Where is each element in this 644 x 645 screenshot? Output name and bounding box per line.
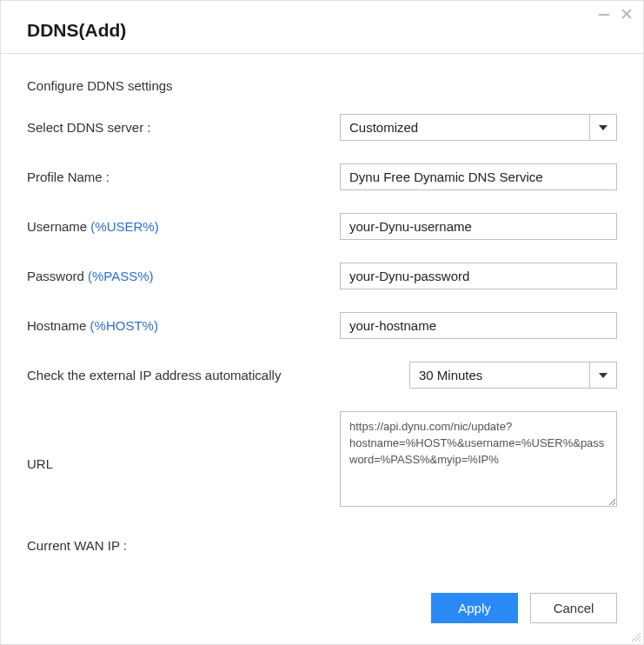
label-current-wan-ip: Current WAN IP : — [27, 538, 322, 553]
resize-handle-icon[interactable] — [629, 630, 641, 642]
svg-marker-3 — [599, 125, 607, 130]
label-password-text: Password — [27, 269, 88, 283]
apply-button[interactable]: Apply — [431, 593, 518, 623]
window-controls — [598, 8, 633, 20]
profile-name-field[interactable] — [340, 163, 617, 190]
label-check-ip: Check the external IP address automatica… — [27, 368, 322, 382]
cancel-button[interactable]: Cancel — [530, 593, 617, 623]
ddns-add-dialog: DDNS(Add) Configure DDNS settings Select… — [0, 0, 644, 645]
check-ip-interval-select[interactable] — [409, 362, 617, 389]
check-ip-interval-value[interactable] — [409, 362, 589, 389]
section-title: Configure DDNS settings — [27, 78, 617, 93]
minimize-icon[interactable] — [598, 8, 610, 20]
label-hostname-token: (%HOST%) — [90, 318, 158, 333]
label-username: Username (%USER%) — [27, 219, 322, 234]
label-password: Password (%PASS%) — [27, 269, 322, 283]
ddns-server-value[interactable] — [340, 114, 589, 141]
label-hostname-text: Hostname — [27, 318, 90, 333]
username-field[interactable] — [340, 213, 617, 240]
dialog-footer: Apply Cancel — [1, 579, 643, 644]
label-password-token: (%PASS%) — [88, 269, 154, 283]
form: Select DDNS server : Profile Name : User… — [27, 114, 617, 553]
page-title: DDNS(Add) — [27, 20, 617, 41]
label-username-token: (%USER%) — [90, 219, 158, 234]
label-profile-name: Profile Name : — [27, 170, 322, 184]
password-field[interactable] — [340, 263, 617, 289]
ddns-server-select[interactable] — [340, 114, 617, 141]
label-hostname: Hostname (%HOST%) — [27, 318, 322, 333]
chevron-down-icon[interactable] — [589, 114, 617, 141]
label-username-text: Username — [27, 219, 90, 234]
svg-line-7 — [639, 640, 641, 642]
label-url: URL — [27, 448, 322, 471]
dialog-body: Configure DDNS settings Select DDNS serv… — [1, 54, 643, 579]
url-field[interactable] — [340, 411, 617, 507]
close-icon[interactable] — [621, 8, 633, 20]
chevron-down-icon[interactable] — [589, 362, 617, 389]
label-select-server: Select DDNS server : — [27, 120, 322, 135]
titlebar: DDNS(Add) — [1, 1, 643, 54]
svg-marker-4 — [599, 373, 607, 378]
hostname-field[interactable] — [340, 312, 617, 339]
